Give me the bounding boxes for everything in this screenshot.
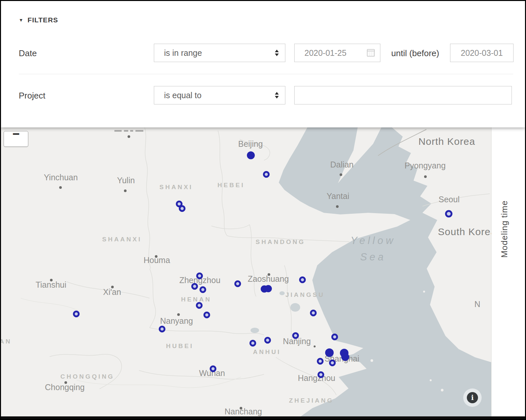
map-label-city: Dalian <box>330 160 354 169</box>
updown-arrows-icon <box>275 92 278 99</box>
map-label-city: Tianshui <box>36 280 66 289</box>
map-label-city: Yantai <box>326 191 349 201</box>
right-gutter: Modeling time <box>491 127 525 416</box>
project-filter-label: Project <box>19 86 45 105</box>
map-label-city: Houma <box>144 255 170 265</box>
map-label-city: Beijing <box>238 139 263 148</box>
map-label-city: Hangzhou <box>298 373 335 383</box>
map-svg[interactable]: YinchuanYulinBeijingDalianYantaiPyongyan… <box>1 127 491 416</box>
map-label-province: SHAANXI <box>102 236 142 243</box>
updown-arrows-icon <box>275 49 278 56</box>
date-from-input[interactable]: 2020-01-25 <box>294 44 380 62</box>
map-label-city: Chongqing <box>45 383 85 392</box>
info-button[interactable]: i <box>463 388 482 407</box>
minus-icon: − <box>4 128 28 140</box>
data-point-marker[interactable] <box>160 327 165 332</box>
map-label-city: Yinchuan <box>44 173 78 182</box>
data-point-marker[interactable] <box>318 359 323 364</box>
city-dot <box>340 173 342 176</box>
project-operator-value: is equal to <box>164 91 202 100</box>
info-icon: i <box>467 392 478 403</box>
date-filter-label: Date <box>19 44 37 63</box>
map-label-city: Zaoshuang <box>248 274 289 283</box>
map-label-country: South Korea <box>438 226 491 237</box>
data-point-marker[interactable] <box>325 349 333 357</box>
data-point-marker[interactable] <box>204 313 209 318</box>
data-point-marker[interactable] <box>311 311 316 316</box>
city-dot <box>59 186 62 189</box>
data-point-marker[interactable] <box>265 285 272 292</box>
map-label-province: HEBEI <box>217 182 245 188</box>
filters-title: FILTERS <box>28 16 58 24</box>
map-label-province: HUBEI <box>166 343 194 349</box>
project-operator-select[interactable]: is equal to <box>154 86 285 104</box>
project-value-input[interactable] <box>294 86 512 104</box>
map-label-city: Yulin <box>117 176 135 185</box>
date-from-value: 2020-01-25 <box>304 48 347 58</box>
data-point-marker[interactable] <box>211 366 216 371</box>
filter-row-project: Project is equal to <box>1 86 525 105</box>
map-label-country: North Korea <box>418 136 475 147</box>
bottom-border-bar <box>1 416 525 419</box>
map-label-province: SHANXI <box>159 184 193 190</box>
map-label-province: HENAN <box>181 296 212 303</box>
app-frame: ▼ FILTERS Date is in range 2020-01-25 un… <box>1 1 525 419</box>
data-point-marker[interactable] <box>264 172 269 177</box>
date-operator-value: is in range <box>164 48 202 58</box>
data-point-marker[interactable] <box>332 335 337 340</box>
data-point-marker[interactable] <box>192 284 197 289</box>
data-point-marker[interactable] <box>247 152 254 159</box>
data-point-marker[interactable] <box>342 353 349 361</box>
data-point-marker[interactable] <box>235 281 240 286</box>
city-dot <box>124 189 127 192</box>
map-label-sea: Sea <box>360 251 386 263</box>
data-point-marker[interactable] <box>197 303 202 308</box>
map-label-province: AN <box>1 338 12 345</box>
city-dot <box>424 175 427 178</box>
date-operator-select[interactable]: is in range <box>154 44 285 62</box>
city-dot <box>128 135 130 138</box>
filters-panel: ▼ FILTERS Date is in range 2020-01-25 un… <box>1 1 525 127</box>
map-label-province: SHANDONG <box>256 238 305 245</box>
map-label-province: ZHEJIANG <box>289 397 334 404</box>
data-point-marker[interactable] <box>293 333 298 338</box>
filters-header[interactable]: ▼ FILTERS <box>19 16 58 24</box>
map-label-province: ANHUI <box>253 348 281 355</box>
data-point-marker[interactable] <box>330 361 335 365</box>
map-label-city: N <box>474 299 480 309</box>
zoom-out-button[interactable]: − <box>4 131 28 147</box>
data-point-marker[interactable] <box>265 338 270 343</box>
modeling-time-axis-label: Modeling time <box>499 200 510 258</box>
map-label-city: Nanchang <box>225 407 262 416</box>
map-label-city: Seoul <box>439 195 460 204</box>
filter-row-date: Date is in range 2020-01-25 until (befor… <box>1 44 525 63</box>
map-label-province: JIANGSU <box>285 291 324 298</box>
map-label-sea: Yellow <box>350 235 396 246</box>
date-to-value: 2020-03-01 <box>461 48 503 58</box>
date-to-input[interactable]: 2020-03-01 <box>450 44 514 62</box>
collapse-caret-icon[interactable]: ▼ <box>19 18 23 22</box>
data-point-marker[interactable] <box>446 211 452 217</box>
data-point-marker[interactable] <box>180 206 185 211</box>
map[interactable]: YinchuanYulinBeijingDalianYantaiPyongyan… <box>1 127 491 416</box>
map-label-city: Pyongyang <box>404 161 445 170</box>
city-dot <box>177 313 180 316</box>
calendar-icon[interactable] <box>367 49 375 57</box>
city-dot <box>314 345 316 347</box>
data-point-marker[interactable] <box>251 341 255 346</box>
data-point-marker[interactable] <box>201 287 205 292</box>
map-label-province: CHONGQING <box>60 373 114 380</box>
city-dot <box>336 205 339 208</box>
until-before-label: until (before) <box>382 44 448 63</box>
data-point-marker[interactable] <box>319 372 323 377</box>
filter-rows-divider <box>19 74 513 74</box>
data-point-marker[interactable] <box>197 274 202 278</box>
map-label-city: Xi'an <box>103 287 121 297</box>
data-point-marker[interactable] <box>300 277 305 282</box>
data-point-marker[interactable] <box>74 312 79 317</box>
map-label-city: Nanyang <box>160 316 193 325</box>
